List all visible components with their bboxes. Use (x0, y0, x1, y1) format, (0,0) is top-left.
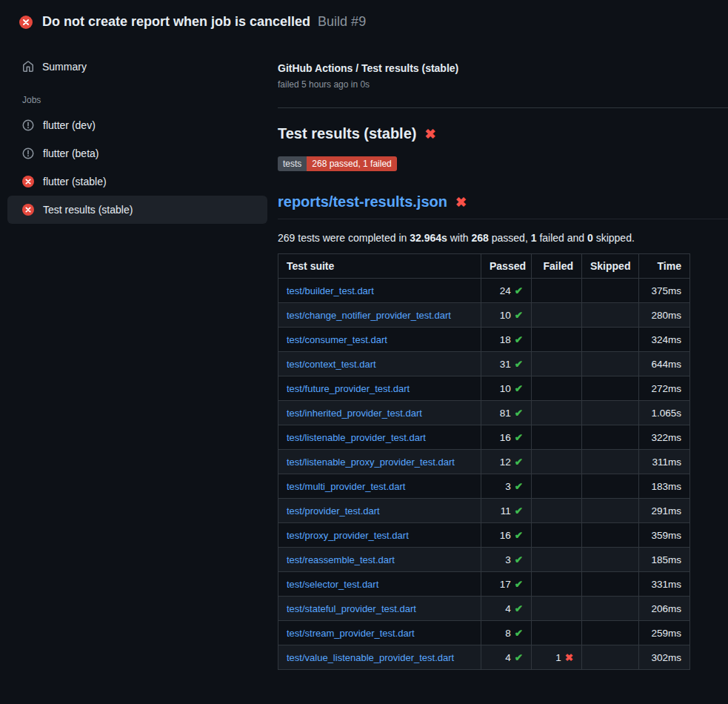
passed-cell: 31✔ (481, 352, 532, 376)
check-icon: ✔ (515, 481, 523, 492)
sidebar-job-flutter-stable[interactable]: flutter (stable) (7, 167, 267, 196)
sidebar-job-flutter-beta[interactable]: flutter (beta) (7, 139, 267, 167)
summary-text: skipped. (593, 232, 635, 244)
table-row: test/builder_test.dart24✔375ms (278, 279, 690, 303)
skipped-cell (582, 597, 639, 621)
suite-link[interactable]: test/multi_provider_test.dart (287, 481, 405, 492)
suite-cell: test/consumer_test.dart (278, 328, 481, 352)
table-row: test/change_notifier_provider_test.dart1… (278, 303, 690, 328)
passed-cell: 16✔ (481, 523, 532, 548)
table-header-row: Test suitePassedFailedSkippedTime (278, 254, 690, 279)
jobs-list: flutter (dev)flutter (beta)flutter (stab… (7, 111, 267, 224)
passed-count: 4 (505, 603, 511, 614)
suite-cell: test/listenable_provider_test.dart (278, 425, 481, 450)
sidebar-job-flutter-dev[interactable]: flutter (dev) (7, 111, 267, 139)
tests-badge: tests 268 passed, 1 failed (278, 156, 397, 171)
passed-cell: 81✔ (481, 401, 532, 425)
passed-cell: 17✔ (481, 572, 532, 597)
table-row: test/inherited_provider_test.dart81✔1.06… (278, 401, 690, 425)
skipped-cell (582, 401, 639, 425)
job-label: flutter (dev) (43, 119, 96, 131)
table-row: test/listenable_proxy_provider_test.dart… (278, 450, 690, 474)
table-row: test/stream_provider_test.dart8✔259ms (278, 621, 690, 645)
time-cell: 183ms (639, 474, 690, 499)
suite-cell: test/inherited_provider_test.dart (278, 401, 481, 425)
report-file-link[interactable]: reports/test-results.json (278, 193, 447, 210)
skipped-cell (582, 328, 639, 352)
summary-duration: 32.964s (410, 232, 447, 244)
skipped-cell (582, 279, 639, 303)
x-icon: ✖ (424, 127, 435, 141)
suite-link[interactable]: test/change_notifier_provider_test.dart (287, 310, 451, 321)
table-row: test/context_test.dart31✔644ms (278, 352, 690, 376)
table-row: test/multi_provider_test.dart3✔183ms (278, 474, 690, 499)
page-title: Do not create report when job is cancell… (42, 14, 310, 30)
check-icon: ✔ (515, 310, 523, 321)
sidebar-item-summary[interactable]: Summary (7, 53, 267, 80)
passed-count: 24 (500, 285, 511, 296)
failed-cell: 1✖ (532, 645, 582, 670)
failed-cell (532, 597, 582, 621)
suite-link[interactable]: test/builder_test.dart (287, 285, 374, 296)
passed-cell: 3✔ (481, 474, 532, 499)
failed-cell (532, 303, 582, 328)
time-cell: 206ms (639, 597, 690, 621)
table-row: test/future_provider_test.dart10✔272ms (278, 376, 690, 401)
suite-link[interactable]: test/provider_test.dart (287, 505, 380, 517)
table-row: test/proxy_provider_test.dart16✔359ms (278, 523, 690, 548)
suite-cell: test/proxy_provider_test.dart (278, 523, 481, 548)
summary-text: with (447, 232, 472, 244)
suite-cell: test/context_test.dart (278, 352, 481, 376)
run-meta: failed 5 hours ago in 0s (278, 79, 728, 90)
suite-link[interactable]: test/listenable_proxy_provider_test.dart (287, 456, 455, 468)
suite-link[interactable]: test/reassemble_test.dart (287, 554, 395, 565)
skipped-cell (582, 621, 639, 645)
suite-link[interactable]: test/inherited_provider_test.dart (287, 408, 422, 419)
suite-link[interactable]: test/selector_test.dart (287, 579, 378, 590)
column-header: Time (639, 254, 690, 279)
x-circle-icon (22, 176, 34, 187)
suite-link[interactable]: test/listenable_provider_test.dart (287, 432, 426, 443)
passed-cell: 16✔ (481, 425, 532, 450)
passed-cell: 8✔ (481, 621, 532, 645)
time-cell: 280ms (639, 303, 690, 328)
time-cell: 311ms (639, 450, 690, 474)
suite-link[interactable]: test/stream_provider_test.dart (287, 628, 415, 639)
suite-link[interactable]: test/proxy_provider_test.dart (287, 530, 409, 541)
jobs-section-label: Jobs (7, 80, 267, 111)
check-icon: ✔ (515, 334, 523, 345)
suite-link[interactable]: test/stateful_provider_test.dart (287, 603, 416, 614)
passed-count: 16 (500, 432, 511, 443)
divider (278, 107, 728, 108)
summary-skipped: 0 (587, 232, 593, 244)
table-row: test/value_listenable_provider_test.dart… (278, 645, 690, 670)
badge-value: 268 passed, 1 failed (307, 156, 396, 171)
failed-cell (532, 425, 582, 450)
suite-link[interactable]: test/consumer_test.dart (287, 334, 387, 345)
suite-link[interactable]: test/context_test.dart (287, 359, 376, 370)
sidebar-job-test-results-stable[interactable]: Test results (stable) (7, 196, 267, 224)
time-cell: 375ms (639, 279, 690, 303)
suite-link[interactable]: test/future_provider_test.dart (287, 383, 410, 394)
results-table: Test suitePassedFailedSkippedTime test/b… (278, 253, 690, 670)
suite-cell: test/value_listenable_provider_test.dart (278, 645, 481, 670)
passed-cell: 10✔ (481, 303, 532, 328)
results-summary: 269 tests were completed in 32.964s with… (278, 232, 728, 244)
time-cell: 185ms (639, 548, 690, 572)
column-header: Failed (532, 254, 582, 279)
passed-cell: 24✔ (481, 279, 532, 303)
suite-cell: test/stateful_provider_test.dart (278, 597, 481, 621)
failed-cell (532, 621, 582, 645)
main-content: GitHub Actions / Test results (stable) f… (278, 40, 728, 670)
check-icon: ✔ (515, 456, 523, 468)
check-icon: ✔ (515, 530, 523, 541)
summary-failed: 1 (531, 232, 537, 244)
failed-cell (532, 450, 582, 474)
check-icon: ✔ (515, 603, 523, 614)
badge-label: tests (278, 156, 307, 171)
suite-link[interactable]: test/value_listenable_provider_test.dart (287, 652, 454, 663)
time-cell: 359ms (639, 523, 690, 548)
time-cell: 1.065s (639, 401, 690, 425)
skipped-cell (582, 572, 639, 597)
suite-cell: test/change_notifier_provider_test.dart (278, 303, 481, 328)
